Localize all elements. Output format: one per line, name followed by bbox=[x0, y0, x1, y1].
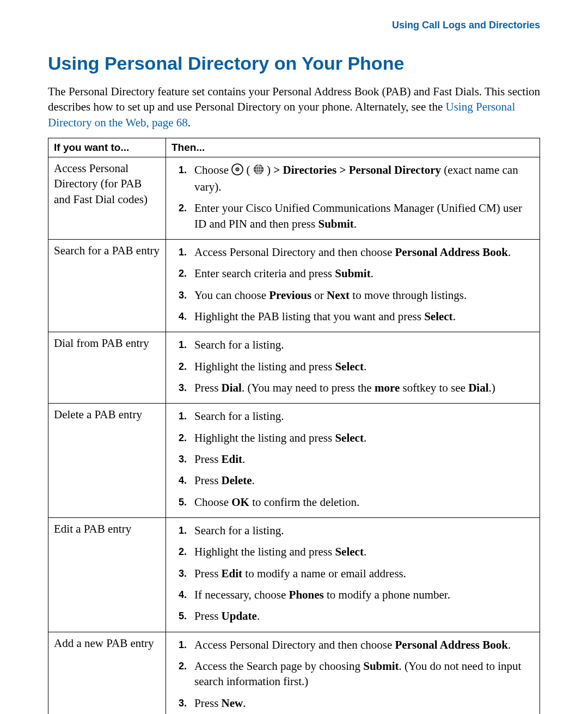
step-text: Highlight the listing and press bbox=[194, 545, 335, 558]
step: Highlight the listing and press Select. bbox=[190, 429, 533, 450]
step-bold: Edit bbox=[222, 567, 243, 580]
step-text: Enter search criteria and press bbox=[194, 267, 335, 280]
step-text: Press bbox=[194, 474, 222, 487]
step-bold: New bbox=[222, 697, 243, 710]
task-steps: Search for a listing.Highlight the listi… bbox=[166, 518, 540, 632]
step-text: Search for a listing. bbox=[194, 338, 284, 351]
step: Access Personal Directory and then choos… bbox=[190, 243, 533, 264]
step-text: Choose bbox=[194, 496, 231, 509]
task-name: Edit a PAB entry bbox=[48, 518, 166, 632]
step: Enter search criteria and press Submit. bbox=[190, 264, 533, 285]
step-text: . bbox=[242, 453, 245, 466]
step-text: to modify a phone number. bbox=[324, 588, 450, 601]
step-bold: Update bbox=[222, 609, 257, 623]
step-text: Press bbox=[194, 381, 222, 394]
step-bold: Select bbox=[335, 545, 363, 558]
step-bold: Personal Address Book bbox=[395, 246, 508, 259]
step-text: Search for a listing. bbox=[194, 410, 284, 423]
table-head-if: If you want to... bbox=[48, 138, 166, 157]
step-text: to modify a name or email address. bbox=[242, 567, 406, 580]
step-text: Press bbox=[194, 567, 222, 580]
step-text: Enter your Cisco Unified Communications … bbox=[194, 202, 522, 230]
steps-list: Search for a listing.Highlight the listi… bbox=[171, 521, 533, 628]
step-text: . bbox=[371, 267, 373, 280]
step: If necessary, choose Phones to modify a … bbox=[190, 585, 533, 607]
step: Search for a listing. bbox=[190, 521, 533, 542]
step: Press New. bbox=[190, 694, 533, 714]
task-name: Search for a PAB entry bbox=[48, 239, 166, 332]
step-text: Access Personal Directory and then choos… bbox=[194, 246, 395, 259]
step-text: to move through listings. bbox=[350, 289, 467, 302]
step-text: You can choose bbox=[194, 289, 269, 302]
table-row: Dial from PAB entrySearch for a listing.… bbox=[48, 332, 540, 404]
task-name: Add a new PAB entry bbox=[48, 632, 166, 714]
task-steps: Access Personal Directory and then choos… bbox=[166, 632, 540, 714]
step-bold: Delete bbox=[222, 474, 252, 487]
step-text: Choose bbox=[194, 163, 231, 176]
step: Press Delete. bbox=[190, 471, 533, 492]
step: Press Edit. bbox=[190, 450, 533, 471]
task-steps: Search for a listing.Highlight the listi… bbox=[166, 404, 540, 518]
intro-paragraph: The Personal Directory feature set conta… bbox=[48, 84, 540, 130]
running-head: Using Call Logs and Directories bbox=[48, 20, 540, 31]
table-head-then: Then... bbox=[166, 138, 540, 157]
step-bold: Dial bbox=[468, 381, 488, 394]
task-name: Delete a PAB entry bbox=[48, 404, 166, 518]
task-name: Access Personal Directory (for PAB and F… bbox=[48, 157, 166, 240]
step-text: softkey to see bbox=[400, 381, 468, 394]
step-text: Highlight the PAB listing that you want … bbox=[194, 310, 424, 323]
svg-point-1 bbox=[236, 167, 239, 170]
step-bold: Select bbox=[335, 431, 363, 444]
step-text: or bbox=[311, 289, 327, 302]
step-text: . bbox=[508, 246, 511, 259]
step-bold: Submit bbox=[363, 660, 399, 673]
step-text: If necessary, choose bbox=[194, 588, 289, 601]
step-text: Press bbox=[194, 609, 222, 623]
step-text: .) bbox=[489, 381, 495, 394]
nav-circle-icon bbox=[231, 163, 243, 179]
step-bold: Dial bbox=[222, 381, 242, 394]
step-text: Highlight the listing and press bbox=[194, 431, 335, 444]
intro-text-2: . bbox=[188, 116, 191, 129]
step-bold: more bbox=[375, 381, 400, 394]
task-steps: Choose ( ) > Directories > Personal Dire… bbox=[166, 157, 540, 240]
step-text: . bbox=[257, 609, 260, 623]
step: Press Dial. (You may need to press the m… bbox=[190, 379, 533, 400]
step: Press Edit to modify a name or email add… bbox=[190, 564, 533, 585]
step-bold: > Directories > Personal Directory bbox=[273, 163, 441, 176]
step-bold: Select bbox=[335, 360, 363, 373]
table-row: Search for a PAB entryAccess Personal Di… bbox=[48, 239, 540, 332]
step-bold: Personal Address Book bbox=[395, 638, 508, 651]
page-title: Using Personal Directory on Your Phone bbox=[48, 53, 540, 74]
step-text: ) bbox=[267, 163, 273, 176]
steps-list: Choose ( ) > Directories > Personal Dire… bbox=[171, 161, 533, 236]
step-text: . bbox=[252, 474, 255, 487]
table-row: Add a new PAB entryAccess Personal Direc… bbox=[48, 632, 540, 714]
steps-list: Access Personal Directory and then choos… bbox=[171, 636, 533, 714]
step: Highlight the PAB listing that you want … bbox=[190, 307, 533, 328]
step: Highlight the listing and press Select. bbox=[190, 357, 533, 379]
step-text: to confirm the deletion. bbox=[249, 496, 359, 509]
step-bold: Previous bbox=[269, 289, 311, 302]
step-text: . bbox=[354, 217, 357, 230]
step: Access the Search page by choosing Submi… bbox=[190, 657, 533, 694]
step-text: . bbox=[364, 360, 366, 373]
step: Choose ( ) > Directories > Personal Dire… bbox=[190, 161, 533, 199]
step-text: . (You may need to press the bbox=[242, 381, 375, 394]
step-bold: Edit bbox=[222, 453, 243, 466]
step: Enter your Cisco Unified Communications … bbox=[190, 199, 533, 236]
step: You can choose Previous or Next to move … bbox=[190, 286, 533, 307]
step-bold: OK bbox=[231, 496, 249, 509]
step: Search for a listing. bbox=[190, 407, 533, 428]
step: Highlight the listing and press Select. bbox=[190, 542, 533, 564]
step-text: Press bbox=[194, 697, 222, 710]
task-name: Dial from PAB entry bbox=[48, 332, 166, 404]
table-row: Delete a PAB entrySearch for a listing.H… bbox=[48, 404, 540, 518]
step-text: Highlight the listing and press bbox=[194, 360, 335, 373]
step-text: . bbox=[243, 697, 246, 710]
step-text: Press bbox=[194, 453, 222, 466]
step-text: . bbox=[508, 638, 511, 651]
step-text: ( bbox=[247, 163, 253, 176]
step-text: Search for a listing. bbox=[194, 524, 284, 537]
step-text: Access the Search page by choosing bbox=[194, 660, 363, 673]
